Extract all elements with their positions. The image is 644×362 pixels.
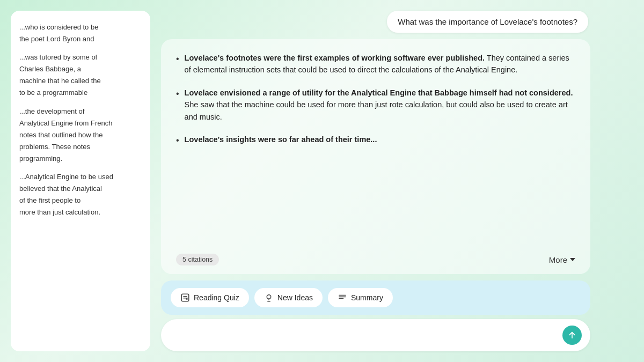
question-bubble: What was the importance of Lovelace's fo… <box>161 11 590 33</box>
more-button[interactable]: More <box>549 255 575 264</box>
chevron-down-icon <box>570 258 575 261</box>
bullet-dot-2: • <box>176 87 179 101</box>
svg-rect-3 <box>186 298 188 300</box>
citations-badge: 5 citations <box>176 254 219 265</box>
svg-point-4 <box>267 295 271 299</box>
main-area: What was the importance of Lovelace's fo… <box>150 0 601 362</box>
left-panel: ...who is considered to bethe poet Lord … <box>11 11 150 351</box>
answer-bullet-3: • Lovelace's insights were so far ahead … <box>176 134 575 147</box>
bullet-text-3: Lovelace's insights were so far ahead of… <box>185 134 377 145</box>
bullet-dot-3: • <box>176 134 179 147</box>
summary-label: Summary <box>351 293 383 302</box>
answer-card: • Lovelace's footnotes were the first ex… <box>161 39 590 274</box>
right-decoration <box>601 0 644 362</box>
left-text-1: ...who is considered to bethe poet Lord … <box>19 21 142 45</box>
bullet-bold-3: Lovelace's insights were so far ahead of… <box>185 135 377 144</box>
left-text-3: ...the development ofAnalytical Engine f… <box>19 106 142 165</box>
answer-bullets: • Lovelace's footnotes were the first ex… <box>176 52 575 244</box>
left-panel-text: ...who is considered to bethe poet Lord … <box>19 21 142 218</box>
bullet-bold-1: Lovelace's footnotes were the first exam… <box>185 54 485 62</box>
question-text: What was the importance of Lovelace's fo… <box>387 11 588 33</box>
send-icon <box>568 331 576 339</box>
input-bar <box>161 319 590 351</box>
left-text-2: ...was tutored by some ofCharles Babbage… <box>19 51 142 99</box>
bullet-dot-1: • <box>176 53 179 66</box>
send-button[interactable] <box>562 326 582 345</box>
more-label: More <box>549 255 567 264</box>
new-ideas-icon <box>264 293 274 302</box>
bullet-text-2: Lovelace envisioned a range of utility f… <box>185 87 575 123</box>
bullet-regular-2: She saw that the machine could be used f… <box>185 100 568 121</box>
summary-icon <box>338 293 347 302</box>
answer-bullet-2: • Lovelace envisioned a range of utility… <box>176 87 575 123</box>
answer-bullet-1: • Lovelace's footnotes were the first ex… <box>176 52 575 76</box>
bottom-area: Reading Quiz New Ideas Summary <box>161 280 590 351</box>
bullet-text-1: Lovelace's footnotes were the first exam… <box>185 52 575 76</box>
toolbar-card: Reading Quiz New Ideas Summary <box>161 280 590 315</box>
answer-footer: 5 citations More <box>176 254 575 265</box>
summary-button[interactable]: Summary <box>328 288 393 307</box>
new-ideas-label: New Ideas <box>277 293 313 302</box>
new-ideas-button[interactable]: New Ideas <box>254 288 323 307</box>
bullet-bold-2: Lovelace envisioned a range of utility f… <box>185 88 573 97</box>
reading-quiz-icon <box>180 293 190 302</box>
reading-quiz-label: Reading Quiz <box>194 293 239 302</box>
reading-quiz-button[interactable]: Reading Quiz <box>171 288 249 307</box>
left-text-4: ...Analytical Engine to be usedbelieved … <box>19 171 142 218</box>
